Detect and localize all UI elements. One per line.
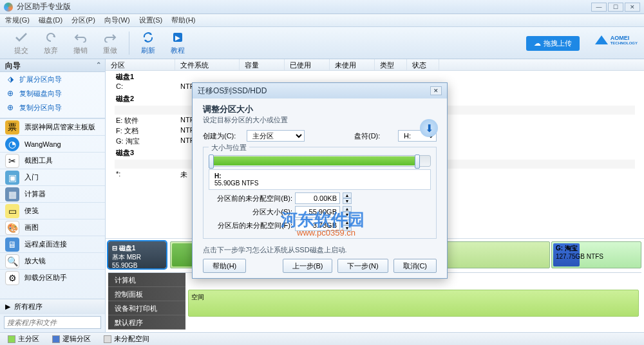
size-slider[interactable] — [209, 155, 431, 167]
nav-computer[interactable]: 计算机 — [108, 273, 185, 287]
nav-devices[interactable]: 设备和打印机 — [108, 301, 185, 315]
app-item-5[interactable]: ▭便笺 — [0, 202, 105, 219]
dialog-close-button[interactable]: ✕ — [430, 86, 442, 95]
spin-down[interactable]: ▼ — [343, 225, 352, 231]
sidebar-extend-wizard[interactable]: ⬗扩展分区向导 — [0, 72, 105, 86]
grid-header: 分区 文件系统 容量 已使用 未使用 类型 状态 — [106, 59, 644, 71]
undo-button[interactable]: 撤销 — [66, 30, 95, 55]
dialog-titlebar[interactable]: 迁移OS到SSD/HDD ✕ — [193, 83, 447, 98]
app-item-8[interactable]: 🔍放大镜 — [0, 252, 105, 269]
menu-general[interactable]: 常规(G) — [5, 15, 30, 25]
close-button[interactable]: ✕ — [625, 3, 640, 12]
redo-button[interactable]: 重做 — [95, 30, 125, 55]
col-partition[interactable]: 分区 — [106, 59, 175, 70]
search-input[interactable] — [4, 316, 101, 329]
app-item-4[interactable]: ▦计算器 — [0, 185, 105, 202]
nav-content: 空间 — [185, 273, 641, 330]
legend-unalloc: 未分配空间 — [104, 334, 149, 344]
app-icon — [4, 3, 13, 12]
legend: 主分区 逻辑分区 未分配空间 — [0, 332, 644, 345]
cancel-button[interactable]: 取消(C) — [393, 259, 437, 273]
col-status[interactable]: 状态 — [407, 59, 439, 70]
maximize-button[interactable]: ☐ — [608, 3, 623, 12]
arrow-right-icon: ▶ — [5, 303, 10, 311]
menubar: 常规(G) 磁盘(D) 分区(P) 向导(W) 设置(S) 帮助(H) — [0, 14, 644, 27]
nav-defprog[interactable]: 默认程序 — [108, 315, 185, 330]
app-item-1[interactable]: ◔WangWang — [0, 135, 105, 152]
space-before-input[interactable] — [295, 192, 340, 204]
all-programs-button[interactable]: ▶所有程序 — [0, 299, 105, 314]
col-used[interactable]: 已使用 — [285, 59, 330, 70]
check-icon — [14, 30, 28, 44]
legend-logical: 逻辑分区 — [52, 334, 91, 344]
tutorial-button[interactable]: ▶ 教程 — [163, 30, 193, 55]
next-button[interactable]: 下一步(N) — [337, 259, 388, 273]
unallocated-bar[interactable]: 空间 — [188, 290, 639, 317]
col-filesystem[interactable]: 文件系统 — [175, 59, 240, 70]
chevron-icon[interactable]: ⌃ — [96, 61, 101, 68]
legend-swatch-primary — [8, 335, 15, 343]
discard-button[interactable]: 放弃 — [36, 30, 66, 55]
app-item-3[interactable]: ▣入门 — [0, 169, 105, 185]
size-position-fieldset: 大小与位置 H: 55.90GB NTFS 河东软件园 www.pc0359.c… — [203, 147, 437, 239]
legend-swatch-unalloc — [104, 335, 111, 343]
menu-wizard[interactable]: 向导(W) — [104, 15, 130, 25]
col-free[interactable]: 未使用 — [330, 59, 375, 70]
sidebar-copy-disk-wizard[interactable]: ⊕复制磁盘向导 — [0, 86, 105, 100]
toolbar: 提交 放弃 撤销 重做 刷新 ▶ 教程 ☁ 拖拽上传 AOMEI TECHNOL… — [0, 27, 644, 59]
col-capacity[interactable]: 容量 — [240, 59, 285, 70]
partition-g[interactable]: G: 淘宝127.75GB NTFS — [551, 241, 641, 268]
minimize-button[interactable]: — — [591, 3, 607, 12]
create-as-row: 创建为(C): 主分区 盘符(D): H: — [203, 130, 437, 142]
dialog-buttons: 帮助(H) 上一步(B) 下一步(N) 取消(C) — [203, 259, 437, 273]
dialog-hint: 点击下一步学习怎么让系统从SSD磁盘上启动. — [203, 245, 437, 255]
space-after-row: 分区后的未分配空间(F): ▲▼ — [209, 219, 431, 231]
toolbar-separator — [129, 32, 129, 55]
partition-size-input[interactable] — [295, 206, 340, 218]
create-as-select[interactable]: 主分区 — [247, 130, 305, 142]
menu-help[interactable]: 帮助(H) — [171, 15, 195, 25]
app-item-6[interactable]: 🎨画图 — [0, 219, 105, 236]
help-button[interactable]: 帮助(H) — [203, 259, 246, 273]
menu-partition[interactable]: 分区(P) — [71, 15, 95, 25]
copy-disk-icon: ⊕ — [5, 88, 15, 98]
dialog-heading: 调整分区大小 — [203, 104, 437, 115]
redo-icon — [103, 30, 117, 44]
cloud-upload-button[interactable]: ☁ 拖拽上传 — [526, 36, 580, 51]
submit-button[interactable]: 提交 — [6, 30, 36, 55]
space-before-row: 分区前的未分配空间(B): ▲▼ — [209, 192, 431, 204]
slider-handle-right[interactable] — [415, 154, 420, 169]
menu-disk[interactable]: 磁盘(D) — [39, 15, 62, 25]
spin-down[interactable]: ▼ — [343, 198, 352, 204]
back-button[interactable]: 上一步(B) — [283, 259, 333, 273]
sidebar-copy-partition-wizard[interactable]: ⊕复制分区向导 — [0, 100, 105, 115]
sidebar-header: 向导 ⌃ — [0, 59, 105, 72]
space-after-input[interactable] — [295, 219, 340, 231]
menu-settings[interactable]: 设置(S) — [139, 15, 163, 25]
uninstall-icon: ⚙ — [5, 271, 19, 285]
refresh-button[interactable]: 刷新 — [133, 30, 163, 55]
app-item-9[interactable]: ⚙卸载分区助手 — [0, 269, 105, 286]
nav-controlpanel[interactable]: 控制面板 — [108, 287, 185, 301]
app-item-7[interactable]: 🖥远程桌面连接 — [0, 236, 105, 252]
disk1-info[interactable]: ⊟ 磁盘1 基本 MBR 55.90GB — [108, 241, 166, 268]
spin-down[interactable]: ▼ — [343, 212, 352, 218]
refresh-icon — [141, 30, 155, 44]
magnifier-icon: 🔍 — [5, 254, 19, 268]
tutorial-icon: ▶ — [171, 30, 185, 44]
wizard-icon: ⬇ — [420, 119, 438, 137]
window-title: 分区助手专业版 — [17, 1, 591, 12]
spin-up[interactable]: ▲ — [343, 219, 352, 225]
undo-icon — [73, 30, 88, 44]
copy-part-icon: ⊕ — [5, 102, 15, 113]
col-type[interactable]: 类型 — [375, 59, 407, 70]
spin-up[interactable]: ▲ — [343, 192, 352, 198]
app-item-0[interactable]: 票票据神网店管家主板版 — [0, 118, 105, 135]
search-box — [4, 316, 101, 330]
slider-handle-left[interactable] — [209, 154, 214, 169]
app-item-2[interactable]: ✂截图工具 — [0, 152, 105, 169]
partition-info: H: 55.90GB NTFS — [209, 169, 431, 190]
migrate-os-dialog: 迁移OS到SSD/HDD ✕ 调整分区大小 设定目标分区的大小或位置 ⬇ 创建为… — [192, 82, 448, 279]
spin-up[interactable]: ▲ — [343, 206, 352, 212]
disk1-header[interactable]: 磁盘1 — [106, 71, 644, 82]
